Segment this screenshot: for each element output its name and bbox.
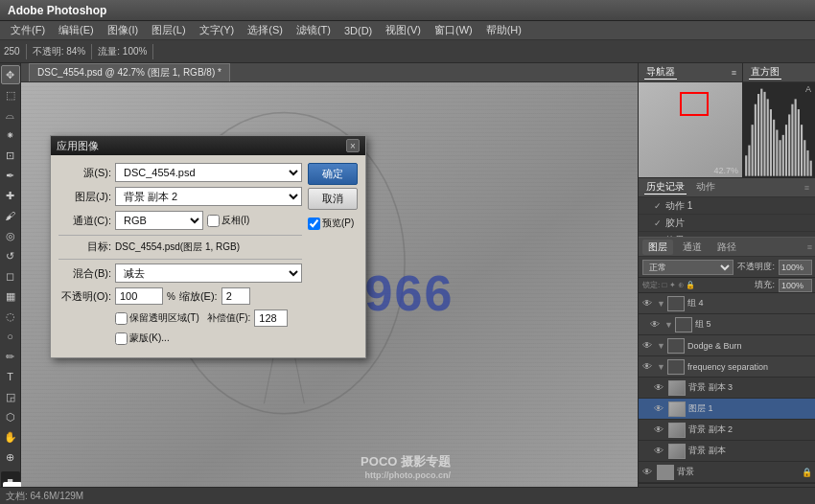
layer-group5[interactable]: 👁 ▼ 组 5 bbox=[639, 314, 815, 335]
layer-freq-sep[interactable]: 👁 ▼ frequency separation bbox=[639, 356, 815, 378]
tool-crop[interactable]: ⊡ bbox=[1, 146, 20, 165]
history-item-actions1[interactable]: ✓ 动作 1 bbox=[639, 197, 815, 215]
dialog-close-button[interactable]: × bbox=[346, 139, 360, 152]
menu-layer[interactable]: 图层(L) bbox=[145, 21, 192, 39]
eye-icon[interactable]: 👁 bbox=[654, 446, 665, 456]
preview-checkbox[interactable] bbox=[308, 218, 320, 230]
tool-pen[interactable]: ✏ bbox=[1, 347, 20, 366]
channel-select[interactable]: RGB bbox=[115, 211, 203, 230]
eye-icon[interactable]: 👁 bbox=[642, 340, 654, 351]
source-select[interactable]: DSC_4554.psd bbox=[115, 163, 302, 182]
fill-input[interactable] bbox=[779, 279, 812, 292]
history-tab[interactable]: 历史记录 bbox=[644, 180, 687, 195]
menu-view[interactable]: 视图(V) bbox=[379, 21, 428, 39]
layer-group4[interactable]: 👁 ▼ 组 4 bbox=[639, 293, 815, 314]
layer-name: 背景 副本 3 bbox=[688, 381, 812, 394]
tab-layers[interactable]: 图层 bbox=[642, 240, 673, 255]
scale-input[interactable] bbox=[221, 287, 250, 305]
menu-file[interactable]: 文件(F) bbox=[4, 21, 52, 39]
layer-bg-copy3[interactable]: 👁 背景 副本 3 bbox=[639, 378, 815, 399]
menu-select[interactable]: 选择(S) bbox=[241, 21, 290, 39]
history-item-film[interactable]: ✓ 胶片 bbox=[639, 215, 815, 232]
nav-tab[interactable]: 导航器 bbox=[644, 65, 677, 80]
blend-select[interactable]: 减去 bbox=[115, 263, 302, 283]
lock-label: 锁定: □ ✦ ⊕ 🔒 bbox=[642, 280, 695, 290]
invert-checkbox[interactable] bbox=[207, 215, 220, 227]
dialog-cancel-button[interactable]: 取消 bbox=[308, 188, 358, 210]
eye-icon[interactable]: 👁 bbox=[642, 361, 654, 372]
tool-zoom[interactable]: ⊕ bbox=[1, 447, 20, 467]
expand-icon[interactable]: ▼ bbox=[657, 299, 664, 309]
expand-icon[interactable]: ▼ bbox=[657, 341, 664, 351]
tool-hand[interactable]: ✋ bbox=[1, 427, 20, 447]
tool-eyedropper[interactable]: ✒ bbox=[1, 166, 20, 185]
navigator-header[interactable]: 导航器 ≡ bbox=[639, 63, 742, 82]
actions-tab[interactable]: 动作 bbox=[694, 180, 717, 195]
menu-image[interactable]: 图像(I) bbox=[101, 21, 145, 39]
menu-filter[interactable]: 滤镜(T) bbox=[290, 21, 338, 39]
layer-thumb bbox=[667, 296, 685, 311]
preserve-checkbox[interactable] bbox=[115, 312, 128, 325]
expand-icon[interactable]: ▼ bbox=[664, 320, 672, 330]
eye-icon[interactable]: 👁 bbox=[642, 467, 654, 477]
dialog-target-row: 目标: DSC_4554.psd(图层 1, RGB) bbox=[58, 240, 302, 254]
layer-dodge-burn[interactable]: 👁 ▼ Dodge & Burn bbox=[639, 335, 815, 356]
tab-paths[interactable]: 路径 bbox=[711, 240, 742, 255]
tool-text[interactable]: T bbox=[1, 367, 20, 386]
eye-icon[interactable]: 👁 bbox=[650, 319, 662, 330]
history-options-icon[interactable]: ≡ bbox=[804, 183, 809, 193]
tool-history-brush[interactable]: ↺ bbox=[1, 246, 20, 265]
tool-eraser[interactable]: ◻ bbox=[1, 266, 20, 286]
navigator-frame bbox=[680, 92, 709, 116]
layer-select[interactable]: 背景 副本 2 bbox=[115, 187, 302, 206]
menu-help[interactable]: 帮助(H) bbox=[479, 21, 528, 39]
histogram-section: 直方图 A bbox=[743, 63, 815, 177]
layer-bg-copy[interactable]: 👁 背景 副本 bbox=[639, 441, 815, 462]
canvas-content[interactable]: 871966 POCO 摄影专题 http://photo.poco.cn/ 实… bbox=[21, 82, 638, 504]
tool-magic-wand[interactable]: ⁕ bbox=[1, 126, 20, 145]
svg-rect-5 bbox=[745, 155, 747, 175]
menu-3d[interactable]: 3D(D) bbox=[338, 23, 379, 38]
svg-rect-17 bbox=[782, 135, 784, 176]
eye-icon[interactable]: 👁 bbox=[654, 403, 665, 414]
tool-lasso[interactable]: ⌓ bbox=[1, 105, 20, 125]
poco-text: POCO 摄影专题 bbox=[361, 453, 451, 470]
eye-icon[interactable]: 👁 bbox=[654, 424, 665, 435]
layer-bg[interactable]: 👁 背景 🔒 bbox=[639, 462, 815, 483]
tool-move[interactable]: ✥ bbox=[1, 65, 20, 84]
tool-heal[interactable]: ✚ bbox=[1, 186, 20, 205]
nav-collapse-icon[interactable]: ≡ bbox=[732, 68, 736, 78]
menu-text[interactable]: 文字(Y) bbox=[193, 21, 242, 39]
expand-icon[interactable]: ▼ bbox=[657, 362, 664, 372]
toolbar: 250 不透明: 84% 流量: 100% bbox=[0, 40, 815, 63]
tab-channels[interactable]: 通道 bbox=[677, 240, 708, 255]
tool-brush[interactable]: 🖌 bbox=[1, 206, 20, 225]
tool-dodge[interactable]: ○ bbox=[1, 327, 20, 346]
menu-window[interactable]: 窗口(W) bbox=[428, 21, 479, 39]
tool-stamp[interactable]: ◎ bbox=[1, 226, 20, 245]
histogram-header[interactable]: 直方图 bbox=[743, 63, 815, 82]
opacity-label: 不透明度: bbox=[737, 261, 775, 273]
layer-thumb bbox=[675, 317, 692, 332]
dialog-layer-row: 图层(J): 背景 副本 2 bbox=[58, 187, 302, 206]
eye-icon[interactable]: 👁 bbox=[642, 298, 654, 309]
tool-select[interactable]: ⬚ bbox=[1, 85, 20, 104]
dialog-ok-button[interactable]: 确定 bbox=[308, 163, 358, 185]
layer-name: 图层 1 bbox=[688, 402, 812, 415]
offset-input[interactable] bbox=[254, 309, 288, 327]
layer-bg-copy2[interactable]: 👁 背景 副本 2 bbox=[639, 420, 815, 441]
layer-1[interactable]: 👁 图层 1 bbox=[639, 399, 815, 420]
canvas-tab-item[interactable]: DSC_4554.psd @ 42.7% (图层 1, RGB/8) * bbox=[29, 63, 230, 81]
eye-icon[interactable]: 👁 bbox=[654, 382, 665, 393]
menu-edit[interactable]: 编辑(E) bbox=[52, 21, 101, 39]
opacity-input-layers[interactable] bbox=[779, 260, 812, 275]
opacity-input[interactable] bbox=[115, 287, 163, 305]
mask-checkbox[interactable] bbox=[115, 332, 128, 345]
blend-mode-select[interactable]: 正常 bbox=[642, 260, 734, 275]
tool-shape[interactable]: ◲ bbox=[1, 387, 20, 406]
tool-3d[interactable]: ⬡ bbox=[1, 407, 20, 426]
layers-options-icon[interactable]: ≡ bbox=[807, 242, 812, 252]
toolbar-sep-2 bbox=[91, 44, 92, 59]
tool-gradient[interactable]: ▦ bbox=[1, 286, 20, 306]
tool-blur[interactable]: ◌ bbox=[1, 307, 20, 326]
